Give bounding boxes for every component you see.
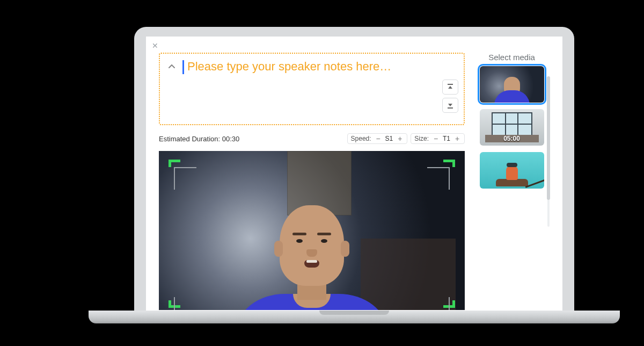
scroll-to-top-button[interactable] [442,80,458,95]
duration-label: Estimated Duration: [159,135,220,143]
scroll-bottom-icon [447,102,454,109]
media-thumbnail[interactable]: 05:00 [480,109,544,146]
close-icon: ✕ [152,41,158,50]
speed-increase-button[interactable]: + [396,135,404,142]
notes-scroll-controls [442,80,458,113]
app-window: ✕ Please type your speaker notes here… [146,37,562,312]
estimated-duration: Estimated Duration: 00:30 [159,135,344,143]
size-control: Size: − T1 + [411,133,465,144]
close-button[interactable]: ✕ [150,41,160,51]
collapse-notes-button[interactable] [166,61,177,72]
thumbnail-duration: 05:00 [503,135,520,142]
laptop-notch [319,311,389,315]
speed-decrease-button[interactable]: − [375,135,382,142]
scroll-top-icon [447,83,454,91]
size-increase-button[interactable]: + [453,135,461,142]
size-decrease-button[interactable]: − [432,135,440,142]
sidebar-scroll-thumb[interactable] [547,76,550,200]
screen-bezel: ✕ Please type your speaker notes here… [134,27,574,312]
duration-value: 00:30 [222,135,240,143]
notes-meta-row: Estimated Duration: 00:30 Speed: − S1 + … [159,131,465,147]
laptop-frame: ✕ Please type your speaker notes here… [134,27,574,328]
speed-control: Speed: − S1 + [347,133,408,144]
speed-label: Speed: [351,135,371,142]
inner-frame-marker [174,297,196,310]
speaker-notes-box[interactable]: Please type your speaker notes here… [159,53,465,125]
speed-value: S1 [385,135,393,142]
text-cursor [182,60,184,74]
main-column: Please type your speaker notes here… Est… [159,53,465,310]
inner-frame-marker [174,167,196,190]
media-sidebar: Select media 05:00 [473,53,551,195]
size-label: Size: [414,135,429,142]
media-thumbnail[interactable] [480,152,544,189]
video-preview[interactable] [159,151,465,310]
video-preview-scene [159,151,465,310]
chevron-up-icon [168,63,175,70]
media-thumbnail[interactable] [480,66,544,103]
media-sidebar-title: Select media [473,53,551,62]
size-value: T1 [443,135,450,142]
scroll-to-bottom-button[interactable] [442,98,458,113]
inner-frame-marker [427,167,450,190]
speaker-notes-placeholder: Please type your speaker notes here… [187,59,391,74]
inner-frame-marker [427,297,450,310]
